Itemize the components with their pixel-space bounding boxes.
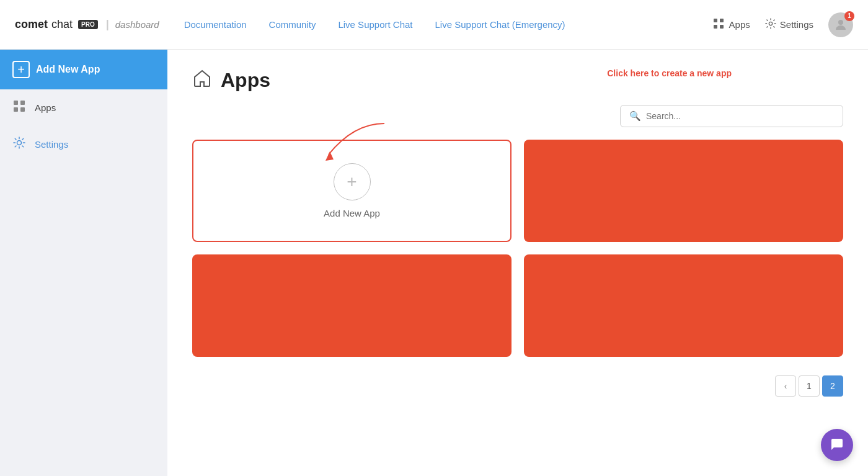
nav-live-support-chat[interactable]: Live Support Chat: [338, 19, 412, 30]
header-settings-label: Settings: [780, 19, 813, 30]
apps-grid: + Add New App: [192, 140, 843, 357]
nav-live-support-emergency[interactable]: Live Support Chat (Emergency): [435, 19, 565, 30]
svg-rect-3: [720, 25, 724, 29]
svg-rect-7: [20, 101, 25, 105]
svg-point-5: [838, 20, 843, 25]
pagination-page-1[interactable]: 1: [799, 375, 820, 397]
pagination-prev[interactable]: ‹: [775, 375, 796, 397]
settings-icon: [765, 18, 776, 31]
svg-rect-1: [720, 19, 724, 22]
sidebar-apps-label: Apps: [35, 102, 56, 113]
layout: + Add New App Apps Settings: [0, 50, 868, 476]
sidebar-item-settings[interactable]: Settings: [0, 126, 167, 163]
header-settings-link[interactable]: Settings: [765, 18, 813, 31]
page-title-row: Apps: [192, 68, 843, 92]
logo-comet: comet: [15, 18, 48, 31]
svg-rect-2: [714, 25, 717, 29]
pagination: ‹ 1 2: [192, 375, 843, 409]
plus-icon: +: [12, 61, 30, 78]
app-card-3[interactable]: [524, 254, 843, 357]
add-new-app-button[interactable]: + Add New App: [0, 50, 167, 89]
svg-point-10: [17, 141, 22, 145]
app-card-2[interactable]: [192, 254, 512, 357]
page-title: Apps: [221, 69, 270, 92]
home-icon: [192, 68, 212, 92]
grid-icon: [713, 18, 724, 31]
svg-point-4: [769, 22, 772, 25]
header: cometchat PRO | dashboard Documentation …: [0, 0, 868, 50]
search-icon: 🔍: [629, 110, 641, 122]
search-row: 🔍: [192, 105, 843, 127]
svg-rect-6: [14, 101, 18, 105]
avatar-notification-badge: 1: [844, 11, 854, 21]
apps-grid-icon: [12, 99, 26, 116]
header-right: Apps Settings 1: [713, 12, 853, 37]
settings-gear-icon: [12, 136, 26, 153]
sidebar-item-apps[interactable]: Apps: [0, 89, 167, 126]
svg-rect-8: [14, 107, 18, 112]
sidebar: + Add New App Apps Settings: [0, 50, 167, 476]
header-apps-label: Apps: [729, 19, 750, 30]
logo-chat: chat: [51, 18, 73, 31]
annotation-tooltip: Click here to create a new app: [607, 68, 732, 80]
logo: cometchat PRO | dashboard: [15, 18, 159, 31]
app-card-1[interactable]: [524, 140, 843, 242]
nav-community[interactable]: Community: [269, 19, 316, 30]
logo-pro-badge: PRO: [78, 20, 98, 29]
svg-rect-0: [714, 19, 717, 22]
add-new-app-card[interactable]: + Add New App: [192, 140, 512, 242]
logo-dashboard: dashboard: [115, 19, 159, 30]
avatar-wrap[interactable]: 1: [828, 12, 853, 37]
svg-rect-9: [20, 107, 25, 112]
live-chat-button[interactable]: [821, 429, 853, 461]
sidebar-settings-label: Settings: [35, 139, 68, 150]
search-input[interactable]: [646, 111, 834, 121]
header-apps-link[interactable]: Apps: [713, 18, 750, 31]
nav-documentation[interactable]: Documentation: [184, 19, 247, 30]
search-input-wrap: 🔍: [620, 105, 843, 127]
add-new-app-label: Add New App: [36, 64, 100, 75]
pagination-page-2[interactable]: 2: [822, 375, 843, 397]
add-circle-icon: +: [334, 163, 371, 200]
add-card-label: Add New App: [324, 208, 380, 218]
main-content: Apps Click here to create a new app 🔍 + …: [167, 50, 868, 476]
main-nav: Documentation Community Live Support Cha…: [184, 19, 713, 30]
logo-divider: |: [106, 18, 109, 31]
